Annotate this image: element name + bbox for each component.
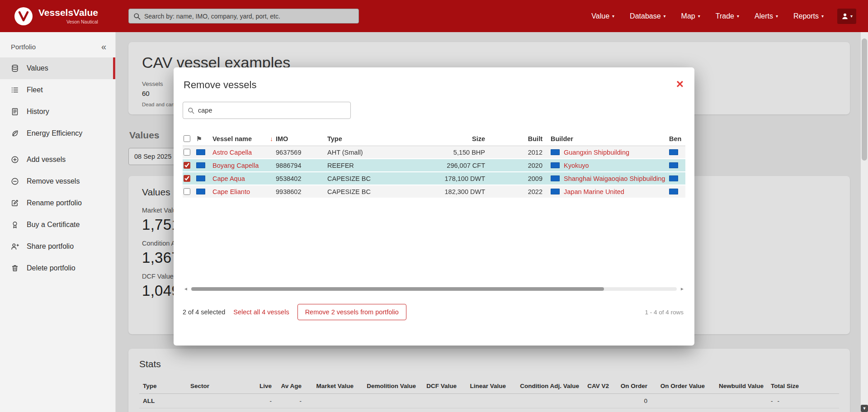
row-checkbox[interactable] bbox=[184, 149, 190, 156]
sidebar-item-delete-portfolio[interactable]: Delete portfolio bbox=[0, 257, 115, 279]
chevron-down-icon: ▾ bbox=[776, 14, 778, 19]
vessel-size: 5,150 BHP bbox=[425, 149, 488, 156]
vessel-name-link[interactable]: Cape Elianto bbox=[212, 188, 250, 195]
col-header-beneficial-owner[interactable]: Ben bbox=[669, 135, 685, 142]
close-icon[interactable]: × bbox=[676, 79, 684, 89]
sidebar-item-label: Add vessels bbox=[27, 156, 66, 164]
hscrollbar-thumb[interactable] bbox=[191, 287, 604, 291]
stats-col-header: Av Age bbox=[275, 379, 305, 394]
row-checkbox[interactable] bbox=[184, 188, 190, 195]
nav-item-value[interactable]: Value▾ bbox=[591, 12, 614, 20]
sidebar-item-label: Buy a Certificate bbox=[27, 221, 80, 229]
sidebar-item-remove-vessels[interactable]: Remove vessels bbox=[0, 170, 115, 192]
table-row[interactable]: Astro Capella 9637569 AHT (Small) 5,150 … bbox=[183, 146, 685, 159]
row-range-text: 1 - 4 of 4 rows bbox=[645, 309, 684, 316]
col-header-vessel-name[interactable]: Vessel name↓ bbox=[212, 135, 276, 142]
sidebar-item-fleet[interactable]: Fleet bbox=[0, 79, 115, 101]
flag-column-icon: ⚑ bbox=[196, 135, 202, 142]
stats-title: Stats bbox=[139, 359, 839, 369]
vertical-scrollbar[interactable]: ▼ bbox=[861, 32, 868, 412]
sidebar-item-values[interactable]: Values bbox=[0, 57, 115, 79]
scroll-left-button[interactable]: ◄ bbox=[184, 287, 188, 291]
sidebar-item-add-vessels[interactable]: Add vessels bbox=[0, 149, 115, 170]
select-all-checkbox[interactable] bbox=[184, 135, 190, 142]
global-search-input[interactable] bbox=[144, 13, 354, 20]
stats-col-header: Demolition Value bbox=[357, 379, 420, 394]
vessel-flag-icon bbox=[196, 189, 205, 194]
vessel-name-link[interactable]: Boyang Capella bbox=[212, 162, 259, 169]
hscrollbar-track[interactable] bbox=[191, 287, 677, 291]
table-row[interactable]: Cape Aqua 9538402 CAPESIZE BC 178,100 DW… bbox=[183, 172, 685, 185]
sidebar-item-history[interactable]: History bbox=[0, 101, 115, 123]
vessel-type: AHT (Small) bbox=[327, 149, 425, 156]
sidebar-item-label: Energy Efficiency bbox=[27, 129, 82, 137]
vessel-flag-icon bbox=[196, 149, 205, 155]
owner-flag-icon bbox=[669, 149, 678, 155]
row-checkbox[interactable] bbox=[184, 162, 190, 169]
sidebar-item-energy-efficiency[interactable]: Energy Efficiency bbox=[0, 123, 115, 144]
chevron-down-icon: ▾ bbox=[737, 14, 739, 19]
stats-col-header: Linear Value bbox=[460, 379, 509, 394]
table-row[interactable]: Boyang Capella 9886794 REEFER 296,007 CF… bbox=[183, 159, 685, 172]
vesselsvalue-logo[interactable]: VesselsValue Veson Nautical bbox=[0, 6, 116, 26]
brand-tagline: Veson Nautical bbox=[38, 19, 98, 24]
edit-icon bbox=[11, 199, 20, 207]
col-header-imo[interactable]: IMO bbox=[276, 135, 327, 142]
metric-label: DCF Value bbox=[142, 273, 174, 280]
certificate-icon bbox=[11, 221, 20, 229]
vessel-built: 2009 bbox=[488, 175, 544, 182]
sidebar-item-share-portfolio[interactable]: Share portfolio bbox=[0, 236, 115, 257]
modal-title: Remove vessels bbox=[183, 79, 256, 91]
vessel-built: 2020 bbox=[488, 162, 544, 169]
user-menu-button[interactable]: ▾ bbox=[837, 9, 856, 24]
owner-flag-icon bbox=[669, 175, 678, 181]
vessel-search-input[interactable] bbox=[198, 107, 346, 114]
stats-card: Stats Type Sector Live Av Age Market Val… bbox=[128, 349, 850, 412]
sidebar-item-label: Values bbox=[27, 64, 48, 72]
table-row[interactable]: Cape Elianto 9938602 CAPESIZE BC 182,300… bbox=[183, 185, 685, 199]
collapse-sidebar-button[interactable]: « bbox=[101, 42, 106, 51]
vessel-size: 296,007 CFT bbox=[425, 162, 488, 169]
stats-col-header: Live bbox=[235, 379, 275, 394]
nav-item-trade[interactable]: Trade▾ bbox=[716, 12, 739, 20]
sidebar-item-rename-portfolio[interactable]: Rename portfolio bbox=[0, 192, 115, 214]
leaf-icon bbox=[11, 129, 20, 137]
builder-link[interactable]: Japan Marine United bbox=[564, 188, 624, 195]
nav-item-map[interactable]: Map▾ bbox=[681, 12, 700, 20]
row-checkbox[interactable] bbox=[184, 175, 190, 182]
stats-col-header: Sector bbox=[187, 379, 235, 394]
vessel-type: CAPESIZE BC bbox=[327, 188, 425, 195]
vessels-table-header: ⚑ Vessel name↓ IMO Type Size Built Build… bbox=[183, 132, 685, 146]
vessel-imo: 9538402 bbox=[276, 175, 327, 182]
select-all-link[interactable]: Select all 4 vessels bbox=[233, 308, 289, 316]
scroll-right-button[interactable]: ► bbox=[680, 287, 684, 291]
col-header-builder[interactable]: Builder bbox=[544, 135, 669, 142]
vessel-name-link[interactable]: Astro Capella bbox=[212, 149, 252, 156]
vscrollbar-thumb[interactable] bbox=[862, 38, 867, 161]
builder-link[interactable]: Guangxin Shipbuilding bbox=[564, 149, 629, 156]
trash-icon bbox=[11, 264, 20, 272]
nav-item-database[interactable]: Database▾ bbox=[630, 12, 666, 20]
stats-col-header: Market Value bbox=[305, 379, 357, 394]
vessel-imo: 9938602 bbox=[276, 188, 327, 195]
builder-flag-icon bbox=[551, 149, 560, 155]
vessel-name-link[interactable]: Cape Aqua bbox=[212, 175, 245, 182]
user-icon bbox=[841, 12, 849, 20]
sidebar-item-buy-certificate[interactable]: Buy a Certificate bbox=[0, 214, 115, 236]
nav-item-reports[interactable]: Reports▾ bbox=[793, 12, 824, 20]
global-search[interactable] bbox=[128, 9, 359, 24]
fleet-icon bbox=[11, 86, 20, 94]
remove-selected-button[interactable]: Remove 2 vessels from portfolio bbox=[297, 304, 406, 320]
vessel-search[interactable] bbox=[183, 102, 351, 119]
scroll-down-button[interactable]: ▼ bbox=[861, 405, 868, 412]
plus-circle-icon bbox=[11, 156, 20, 164]
builder-link[interactable]: Shanghai Waigaoqiao Shipbuilding bbox=[564, 175, 665, 182]
col-header-type[interactable]: Type bbox=[327, 135, 425, 142]
builder-link[interactable]: Kyokuyo bbox=[564, 162, 589, 169]
vessels-table: ⚑ Vessel name↓ IMO Type Size Built Build… bbox=[183, 132, 685, 199]
minus-circle-icon bbox=[11, 177, 20, 185]
nav-item-alerts[interactable]: Alerts▾ bbox=[755, 12, 778, 20]
col-header-built[interactable]: Built bbox=[488, 135, 544, 142]
chevron-down-icon: ▾ bbox=[612, 14, 614, 19]
col-header-size[interactable]: Size bbox=[425, 135, 488, 142]
